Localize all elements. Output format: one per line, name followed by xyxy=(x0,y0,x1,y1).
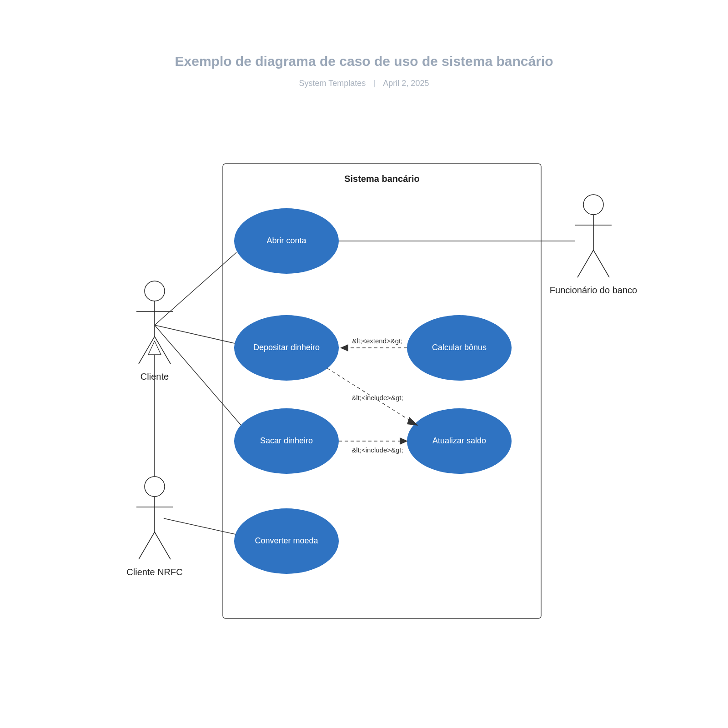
system-title: Sistema bancário xyxy=(344,174,420,184)
rel-include-deposit-arrow xyxy=(407,417,418,426)
assoc-client-open xyxy=(155,252,236,325)
svg-line-9 xyxy=(155,532,171,559)
rel-include-withdraw-label: &lt;<include>&gt; xyxy=(351,446,403,454)
usecase-convert-label: Converter moeda xyxy=(255,536,318,545)
usecase-deposit-label: Depositar dinheiro xyxy=(253,343,320,352)
svg-line-14 xyxy=(593,250,609,277)
actor-client-nrfc-label: Cliente NRFC xyxy=(126,567,182,577)
rel-include-deposit-label: &lt;<include>&gt; xyxy=(351,394,403,402)
svg-point-10 xyxy=(583,195,603,215)
usecase-withdraw-label: Sacar dinheiro xyxy=(260,436,313,445)
usecase-open-account-label: Abrir conta xyxy=(266,236,306,245)
rel-extend-label: &lt;<extend>&gt; xyxy=(352,337,403,345)
usecase-calc-bonus-label: Calcular bônus xyxy=(432,343,487,352)
svg-point-0 xyxy=(145,281,165,301)
actor-client-nrfc: Cliente NRFC xyxy=(126,477,182,577)
rel-extend-arrow xyxy=(340,344,348,351)
svg-point-5 xyxy=(145,477,165,497)
assoc-nrfc-convert xyxy=(164,518,236,534)
svg-line-13 xyxy=(577,250,593,277)
diagram-canvas: Sistema bancário Abrir conta Depositar d… xyxy=(0,0,728,728)
actor-bank-employee: Funcionário do banco xyxy=(550,195,637,295)
gen-nrfc-client-arrow xyxy=(148,341,161,355)
usecase-update-balance-label: Atualizar saldo xyxy=(432,436,486,445)
svg-line-8 xyxy=(139,532,155,559)
actor-bank-employee-label: Funcionário do banco xyxy=(550,285,637,295)
rel-include-withdraw-arrow xyxy=(400,437,408,445)
